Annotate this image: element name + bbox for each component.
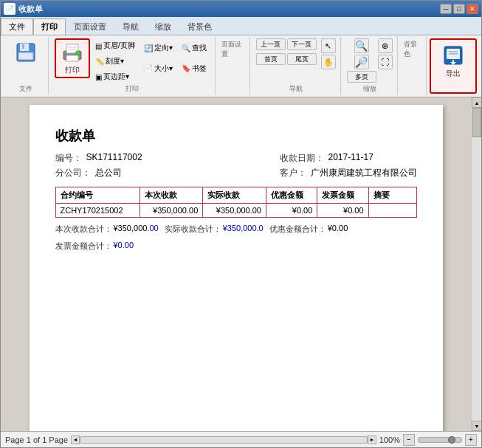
export-button[interactable]: 导出: [435, 41, 471, 81]
margin-icon: ▣: [95, 73, 102, 81]
close-button[interactable]: ✕: [466, 4, 478, 14]
ruler-button[interactable]: 📏 刻度▾: [92, 54, 139, 69]
mouse-select-icon[interactable]: ↖: [321, 38, 336, 53]
svg-rect-8: [66, 55, 78, 61]
bookmark-icon: 🔖: [182, 64, 190, 72]
col-discount: 优惠金额: [266, 187, 317, 204]
zoom-group-label: 缩放: [363, 84, 376, 94]
search-icon: 🔍: [182, 44, 190, 52]
last-page-button[interactable]: 尾页: [287, 53, 317, 65]
nav-group-label: 导航: [289, 84, 303, 94]
minimize-button[interactable]: ─: [440, 4, 452, 14]
ribbon-group-print: 打印 ▤ 页眉/页脚 📏 刻度▾ ▣: [50, 37, 216, 95]
print-label: 打印: [65, 65, 80, 75]
next-page-button[interactable]: 下一页: [287, 38, 317, 50]
cell-actual-receipt: ¥350,000.00: [203, 204, 266, 218]
ribbon-group-file: 文件: [4, 37, 49, 95]
window-title: 收款单: [18, 4, 43, 15]
zoom-in-status-button[interactable]: +: [465, 434, 477, 446]
scroll-down-button[interactable]: ▼: [472, 421, 481, 431]
customer-label: 客户：: [280, 167, 306, 179]
ribbon-content: 文件: [1, 35, 481, 97]
bookmark-button[interactable]: 🔖 书签: [178, 61, 210, 76]
number-label: 编号：: [55, 152, 82, 165]
orientation-button[interactable]: 🔄 定向▾: [140, 41, 176, 55]
ribbon-group-export: 导出: [430, 38, 477, 94]
cell-contract-no: ZCHY170215002: [55, 204, 140, 218]
scroll-right-button[interactable]: ►: [368, 435, 376, 444]
export-label: 导出: [446, 69, 461, 79]
table-row: ZCHY170215002 ¥350,000.00 ¥350,000.00 ¥0…: [55, 204, 416, 218]
receipt-table: 合约编号 本次收款 实际收款 优惠金额 发票金额 摘要 ZCHY17021500…: [55, 187, 417, 218]
scroll-up-button[interactable]: ▲: [472, 97, 481, 108]
ruler-icon: 📏: [95, 58, 104, 66]
tab-nav[interactable]: 导航: [114, 18, 147, 35]
branch-label: 分公司：: [55, 167, 91, 179]
scroll-thumb[interactable]: [472, 108, 481, 137]
print-button[interactable]: 打印: [55, 38, 90, 78]
document-page: 收款单 编号： SK171117002 分公司： 总公司: [30, 105, 443, 431]
margin-button[interactable]: ▣ 页边距▾: [92, 69, 139, 84]
first-page-button[interactable]: 首页: [256, 53, 286, 65]
tab-file[interactable]: 文件: [1, 18, 33, 35]
size-button[interactable]: 📄 大小▾: [140, 61, 176, 76]
table-header-row: 合约编号 本次收款 实际收款 优惠金额 发票金额 摘要: [55, 187, 416, 204]
horizontal-scrollbar[interactable]: ◄ ►: [71, 435, 376, 445]
tab-print[interactable]: 打印: [33, 18, 66, 35]
ribbon: 文件 打印 页面设置 导航 缩放 背景色: [1, 17, 481, 97]
col-current-receipt: 本次收款: [140, 187, 203, 204]
header-footer-label: 页眉/页脚: [103, 41, 135, 51]
svg-rect-3: [18, 52, 33, 60]
number-value: SK171117002: [86, 152, 142, 165]
zoom-percent-button[interactable]: ⊕: [378, 38, 393, 53]
actual-total-value: ¥350,000.0: [223, 224, 264, 235]
orientation-label: 定向▾: [154, 43, 173, 53]
scroll-left-button[interactable]: ◄: [71, 435, 80, 444]
page-container[interactable]: 收款单 编号： SK171117002 分公司： 总公司: [1, 97, 471, 431]
page-setup-label: 页面设置: [221, 40, 245, 59]
status-bar: Page 1 of 1 Page ◄ ► 100% − +: [1, 431, 481, 447]
ribbon-group-bg-color: 背景色: [399, 37, 427, 95]
actual-total-label: 实际收款合计：: [165, 224, 221, 235]
print-group-label: 打印: [125, 84, 139, 94]
page-info: Page 1 of 1 Page: [5, 435, 68, 444]
title-bar: 📄 收款单 ─ □ ✕: [1, 1, 481, 17]
doc-meta: 编号： SK171117002 分公司： 总公司 收款日期： 201: [55, 152, 417, 179]
vertical-scrollbar[interactable]: ▲ ▼: [471, 97, 481, 431]
tab-page-setup[interactable]: 页面设置: [66, 18, 114, 35]
bg-color-label: 背景色: [404, 40, 421, 59]
document-area: 收款单 编号： SK171117002 分公司： 总公司: [1, 97, 471, 431]
branch-value: 总公司: [95, 167, 122, 179]
save-button[interactable]: [8, 38, 44, 78]
ribbon-group-page-setup: 页面设置: [217, 37, 250, 95]
maximize-button[interactable]: □: [453, 4, 465, 14]
tab-zoom[interactable]: 缩放: [147, 18, 179, 35]
full-screen-button[interactable]: ⛶: [378, 55, 393, 69]
scroll-track[interactable]: [472, 108, 481, 421]
size-label: 大小▾: [154, 63, 173, 74]
zoom-thumb[interactable]: [448, 436, 455, 444]
zoom-slider[interactable]: [418, 437, 462, 443]
ribbon-group-zoom: 🔍 🔎 多页 ⊕ ⛶ 缩放: [342, 37, 398, 95]
search-button[interactable]: 🔍 查找: [178, 41, 210, 55]
page-suffix: of 1 Page: [33, 435, 68, 444]
cell-current-receipt: ¥350,000.00: [140, 204, 203, 218]
print-icon: [61, 41, 84, 63]
orientation-icon: 🔄: [144, 44, 153, 52]
col-invoice-amount: 发票金额: [317, 187, 368, 204]
date-label: 收款日期：: [280, 152, 324, 165]
header-footer-icon: ▤: [95, 42, 102, 50]
pan-icon[interactable]: ✋: [321, 55, 336, 69]
col-actual-receipt: 实际收款: [203, 187, 266, 204]
tab-bg-color[interactable]: 背景色: [179, 18, 220, 35]
discount-total-label: 优惠金额合计：: [269, 224, 326, 235]
header-footer-button[interactable]: ▤ 页眉/页脚: [92, 38, 139, 53]
zoom-in-button[interactable]: 🔍: [354, 38, 369, 53]
zoom-out-status-button[interactable]: −: [403, 434, 415, 446]
scroll-h-track[interactable]: [80, 436, 368, 444]
multi-page-button[interactable]: 多页: [347, 71, 376, 83]
margin-label: 页边距▾: [103, 72, 129, 82]
zoom-out-button[interactable]: 🔎: [354, 55, 369, 69]
col-summary: 摘要: [368, 187, 416, 204]
prev-page-button[interactable]: 上一页: [256, 38, 286, 50]
